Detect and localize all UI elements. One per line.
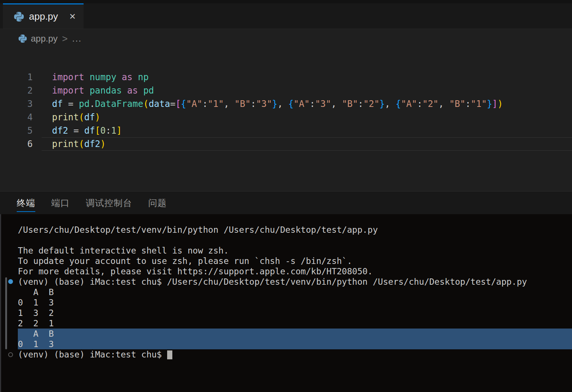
command-guide-bar (5, 277, 7, 349)
code-text: import numpy as np (52, 71, 149, 84)
terminal-line: 1 3 2 (18, 308, 572, 318)
terminal-text: 1 3 2 (18, 308, 54, 318)
chevron-right-icon: > (62, 33, 68, 45)
terminal-line: To update your account to use zsh, pleas… (18, 256, 572, 266)
breadcrumb-file[interactable]: app.py (31, 33, 58, 44)
terminal-line: 0 1 3 (18, 297, 572, 308)
code-line-3[interactable]: 3df = pd.DataFrame(data=[{"A":"1", "B":"… (0, 97, 572, 111)
line-number: 1 (0, 71, 33, 84)
panel-tab-terminal[interactable]: 终端 (17, 195, 35, 212)
line-number: 2 (0, 84, 33, 97)
terminal-line: 2 2 1 (18, 318, 572, 329)
terminal-text: A B (18, 329, 54, 339)
vscode-window: app.py ✕ app.py > ... 1import numpy as n… (0, 0, 572, 392)
terminal-line: A B (18, 329, 572, 339)
terminal-text: 2 2 1 (18, 318, 54, 328)
code-text: df = pd.DataFrame(data=[{"A":"1", "B":"3… (52, 97, 503, 111)
terminal-line (18, 235, 572, 245)
code-text: df2 = df[0:1] (52, 124, 122, 137)
code-text: print(df2) (52, 137, 106, 151)
tab-app-py[interactable]: app.py ✕ (3, 3, 84, 29)
terminal-text: 0 1 3 (18, 339, 54, 349)
code-line-4[interactable]: 4print(df) (0, 111, 572, 124)
command-pending-decoration-icon[interactable] (8, 352, 13, 357)
panel-tab-bar: 终端端口调试控制台问题 (0, 191, 572, 214)
code-line-6[interactable]: 6print(df2) (0, 137, 572, 151)
tab-label: app.py (29, 11, 58, 22)
terminal[interactable]: /Users/chu/Desktop/test/venv/bin/python … (0, 214, 572, 392)
editor-tab-bar: app.py ✕ (0, 3, 572, 29)
panel-tab-debug-console[interactable]: 调试控制台 (86, 195, 132, 212)
terminal-line: For more details, please visit https://s… (18, 266, 572, 277)
terminal-text: (venv) (base) iMac:test chu$ (18, 350, 167, 359)
terminal-text: (venv) (base) iMac:test chu$ /Users/chu/… (18, 277, 527, 287)
close-icon[interactable]: ✕ (69, 13, 76, 21)
code-text: import pandas as pd (52, 84, 154, 97)
terminal-text: The default interactive shell is now zsh… (18, 246, 229, 255)
line-number: 4 (0, 111, 33, 124)
terminal-command-line: (venv) (base) iMac:test chu$ (18, 349, 572, 360)
panel-tab-ports[interactable]: 端口 (51, 195, 70, 212)
terminal-line: A B (18, 287, 572, 297)
terminal-output: /Users/chu/Desktop/test/venv/bin/python … (18, 225, 572, 360)
code-editor[interactable]: 1import numpy as np2import pandas as pd3… (0, 48, 572, 191)
code-line-2[interactable]: 2import pandas as pd (0, 84, 572, 97)
code-line-5[interactable]: 5df2 = df[0:1] (0, 124, 572, 137)
line-number: 6 (0, 137, 33, 151)
line-number: 3 (0, 97, 33, 111)
titlebar-edge (0, 0, 572, 3)
terminal-text: A B (18, 287, 54, 297)
panel-tab-problems[interactable]: 问题 (148, 195, 167, 212)
bottom-panel: 终端端口调试控制台问题 /Users/chu/Desktop/test/venv… (0, 191, 572, 392)
terminal-line: /Users/chu/Desktop/test/venv/bin/python … (18, 225, 572, 235)
terminal-line: 0 1 3 (18, 339, 572, 349)
terminal-text: /Users/chu/Desktop/test/venv/bin/python … (18, 225, 378, 235)
terminal-text: To update your account to use zsh, pleas… (18, 256, 352, 266)
python-file-icon (14, 12, 24, 22)
breadcrumb-symbol-path[interactable]: ... (72, 33, 82, 44)
terminal-cursor (167, 350, 172, 359)
command-success-decoration-icon[interactable] (8, 279, 13, 284)
breadcrumb: app.py > ... (0, 29, 572, 48)
code-line-1[interactable]: 1import numpy as np (0, 71, 572, 84)
terminal-text: For more details, please visit https://s… (18, 267, 373, 276)
code-text: print(df) (52, 111, 100, 124)
terminal-line: The default interactive shell is now zsh… (18, 245, 572, 256)
python-file-icon (19, 35, 27, 43)
terminal-command-line: (venv) (base) iMac:test chu$ /Users/chu/… (18, 277, 572, 287)
terminal-text: 0 1 3 (18, 298, 54, 307)
line-number: 5 (0, 124, 33, 137)
